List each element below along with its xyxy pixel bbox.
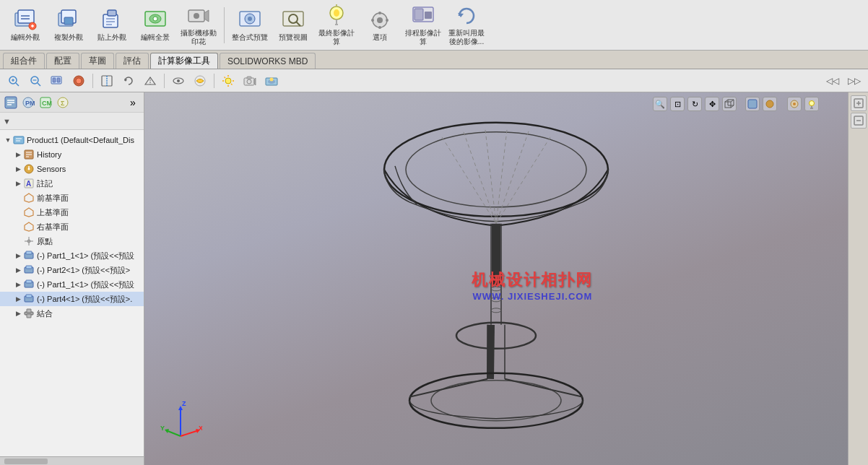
chair-model (308, 97, 684, 446)
section-view-btn[interactable] (97, 72, 116, 90)
paste-external-btn[interactable]: 貼上外觀 (92, 4, 131, 47)
tab-assembly[interactable]: 組合件 (3, 53, 45, 69)
tree-item-notes[interactable]: ▶ A 註記 (0, 176, 144, 191)
svg-rect-1 (18, 10, 34, 23)
expander-right-plane[interactable] (13, 222, 23, 232)
tab-solidworks-mbd[interactable]: SOLIDWORKS MBD (220, 53, 316, 69)
refresh-btn[interactable]: 重新叫用最後的影像... (447, 4, 486, 47)
expander-notes[interactable]: ▶ (13, 178, 23, 188)
scene-lights-btn[interactable] (804, 97, 819, 111)
tree-item-origin[interactable]: 原點 (0, 234, 144, 248)
option-btn[interactable]: 選項 (360, 4, 399, 47)
expander-mate[interactable]: ▶ (13, 308, 23, 318)
svg-line-149 (505, 379, 583, 397)
expander-sensors[interactable]: ▶ (13, 164, 23, 174)
perspective-btn[interactable] (141, 72, 160, 90)
svg-text:PM: PM (25, 100, 35, 107)
tree-item-history[interactable]: ▶ History (0, 147, 144, 162)
tab-evaluate[interactable]: 評估 (116, 53, 149, 69)
expander-top-plane[interactable] (13, 207, 23, 217)
orientation-btn[interactable] (48, 72, 66, 90)
icon-product1 (13, 134, 25, 146)
paste-external-label: 貼上外觀 (97, 33, 126, 42)
shadow-calc-btn[interactable]: 排程影像計算 (404, 4, 443, 47)
right-btn-2[interactable] (851, 113, 867, 129)
final-calc-btn[interactable]: 最終影像計算 (317, 4, 356, 47)
expander-part2-1[interactable]: ▶ (13, 265, 23, 275)
display-style-btn[interactable] (69, 72, 88, 90)
expander-part1-1[interactable]: ▶ (13, 251, 23, 261)
label-right-plane: 右基準面 (37, 222, 69, 232)
expander-part1-1b[interactable]: ▶ (13, 279, 23, 290)
zoom-fit-btn[interactable] (4, 72, 23, 90)
filter-icon: ▼ (3, 117, 11, 126)
svg-point-36 (371, 19, 374, 22)
tree-item-right-plane[interactable]: 右基準面 (0, 220, 144, 234)
tree-item-sensors[interactable]: ▶ Sensors (0, 162, 144, 176)
rotate-btn[interactable] (119, 72, 138, 90)
label-part1-1: (-) Part1_1<1> (預設<<預設 (37, 251, 134, 261)
expander-part4-1[interactable]: ▶ (13, 294, 23, 304)
tab-bar: 組合件 配置 草圖 評估 計算影像工具 SOLIDWORKS MBD (0, 51, 868, 69)
right-btn-1[interactable] (851, 95, 867, 111)
tab-config[interactable]: 配置 (46, 53, 79, 69)
camera-move-btn[interactable]: 攝影機移動印花 (179, 4, 218, 47)
copy-external-btn[interactable]: 複製外觀 (49, 4, 88, 47)
appearance-btn[interactable] (191, 72, 209, 90)
svg-point-127 (384, 123, 608, 217)
svg-point-95 (28, 168, 30, 170)
tree-scroll-thumb[interactable] (4, 459, 48, 464)
tree-item-product1[interactable]: ▼ Product1 (Default<Default_Dis (0, 133, 144, 147)
tree-scrollbar[interactable] (0, 456, 144, 465)
tab-drawing[interactable]: 草圖 (81, 53, 114, 69)
label-product1: Product1 (Default<Default_Dis (27, 136, 134, 144)
svg-point-53 (76, 78, 82, 84)
expander-origin[interactable] (13, 236, 23, 246)
svg-line-133 (496, 131, 529, 224)
zoom-in-btn[interactable] (26, 72, 45, 90)
tree-item-part1-1b[interactable]: ▶ (-) Part1_1<1> (預設<<預設 (0, 277, 144, 292)
rotate-view-btn[interactable]: ↻ (687, 97, 702, 111)
preview-view-btn[interactable]: 預覽視圖 (274, 4, 313, 47)
expander-history[interactable]: ▶ (13, 149, 23, 160)
collapse-panel-btn[interactable]: ◁◁ (823, 72, 842, 90)
config-manager-btn[interactable]: CM (38, 95, 53, 110)
svg-point-33 (377, 17, 383, 23)
expand-panel-btn[interactable]: ▷▷ (845, 72, 864, 90)
feature-manager-btn[interactable] (3, 95, 19, 110)
expander-product1[interactable]: ▼ (3, 135, 13, 145)
refresh-icon (455, 4, 478, 27)
tree-more-btn[interactable]: » (125, 95, 141, 110)
scene-btn[interactable] (262, 72, 281, 90)
lighting-btn[interactable] (219, 72, 238, 90)
real-view-btn[interactable] (787, 97, 802, 111)
svg-rect-39 (415, 9, 423, 20)
camera-move-icon (187, 4, 210, 27)
svg-line-67 (225, 77, 226, 78)
tree-item-mate[interactable]: ▶ 結合 (0, 306, 144, 321)
display-mode-btn[interactable] (745, 97, 760, 111)
label-front-plane: 前基準面 (37, 193, 69, 204)
hide-show-btn[interactable] (169, 72, 188, 90)
integrated-preview-btn[interactable]: 整合式預覽 (230, 4, 269, 47)
pan-view-btn[interactable]: ✥ (705, 97, 719, 111)
edit-external-btn[interactable]: 編輯外觀 (6, 4, 45, 47)
camera-btn[interactable] (240, 72, 259, 90)
render-mode-btn[interactable] (763, 97, 777, 111)
view3d-btn[interactable] (722, 97, 737, 111)
tree-item-front-plane[interactable]: 前基準面 (0, 191, 144, 205)
svg-line-47 (38, 83, 40, 86)
svg-point-146 (409, 373, 583, 428)
expander-front-plane[interactable] (13, 193, 23, 203)
edit-all-btn[interactable]: 編輯全景 (136, 4, 175, 47)
tree-item-part4-1[interactable]: ▶ (-) Part4<1> (預設<<預設>. (0, 292, 144, 306)
paste-external-icon (100, 9, 123, 32)
svg-text:A: A (26, 180, 31, 188)
property-manager-btn[interactable]: PM (20, 95, 36, 110)
option-icon (368, 9, 391, 32)
tab-calc-image[interactable]: 計算影像工具 (150, 53, 218, 69)
tree-item-top-plane[interactable]: 上基準面 (0, 205, 144, 220)
dim-expert-btn[interactable]: Σ (55, 95, 71, 110)
tree-item-part2-1[interactable]: ▶ (-) Part2<1> (預設<<預設> (0, 263, 144, 277)
tree-item-part1-1[interactable]: ▶ (-) Part1_1<1> (預設<<預設 (0, 248, 144, 263)
